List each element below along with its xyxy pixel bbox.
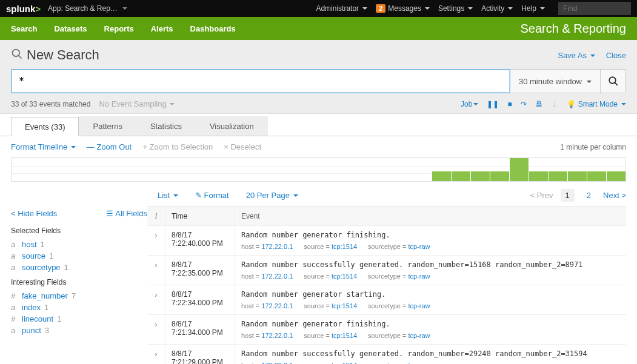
next-page[interactable]: Next >	[603, 191, 626, 200]
expand-row-icon[interactable]: ›	[155, 290, 157, 299]
timeline-bar[interactable]	[567, 171, 587, 181]
meta-sourcetype[interactable]: sourcetype = tcp-raw	[368, 302, 430, 309]
share-icon[interactable]: ↷	[521, 100, 527, 108]
pause-icon[interactable]: ❚❚	[487, 100, 499, 108]
event-time: 8/8/177:21:29.000 PM	[165, 345, 235, 364]
find-input[interactable]	[558, 2, 631, 15]
close-button[interactable]: Close	[606, 51, 626, 60]
table-row: ›8/8/177:22:34.000 PMRandom number gener…	[147, 285, 626, 315]
stop-icon[interactable]: ■	[507, 100, 512, 108]
meta-sourcetype[interactable]: sourcetype = tcp-raw	[368, 243, 430, 250]
search-icon	[11, 48, 23, 63]
field-name: fake_number	[22, 291, 68, 300]
meta-source[interactable]: source = tcp:1514	[304, 302, 357, 309]
meta-host[interactable]: host = 172.22.0.1	[241, 302, 293, 309]
hide-fields[interactable]: < Hide Fields	[11, 209, 57, 218]
nav-alerts[interactable]: Alerts	[151, 24, 173, 33]
app-picker[interactable]: App: Search & Rep…	[48, 4, 127, 13]
interesting-fields-title: Interesting Fields	[11, 278, 147, 286]
field-item[interactable]: apunct 3	[11, 325, 147, 336]
meta-sourcetype[interactable]: sourcetype = tcp-raw	[368, 362, 430, 364]
tab-events[interactable]: Events (33)	[11, 117, 79, 136]
timeline-bar[interactable]	[432, 171, 451, 181]
prev-page: < Prev	[530, 191, 553, 200]
zoom-out[interactable]: — Zoom Out	[87, 142, 132, 151]
timeline-bar[interactable]	[548, 171, 567, 181]
page-2[interactable]: 2	[582, 189, 596, 202]
timeline-bar[interactable]	[451, 171, 470, 181]
expand-row-icon[interactable]: ›	[155, 320, 157, 329]
tab-patterns[interactable]: Patterns	[79, 116, 136, 136]
tab-visualization[interactable]: Visualization	[196, 116, 268, 136]
meta-source[interactable]: source = tcp:1514	[304, 332, 357, 339]
timeline-bar[interactable]	[509, 158, 529, 181]
field-type-icon: a	[11, 240, 18, 249]
search-input[interactable]	[11, 69, 510, 93]
field-count: 7	[72, 291, 76, 300]
field-count: 1	[44, 303, 48, 312]
bulb-icon: 💡	[567, 100, 576, 108]
search-mode[interactable]: 💡Smart Mode	[567, 100, 626, 108]
menu-administrator[interactable]: Administrator	[316, 4, 367, 13]
all-fields[interactable]: ☰ All Fields	[106, 209, 147, 218]
meta-source[interactable]: source = tcp:1514	[304, 362, 357, 364]
list-view-picker[interactable]: List	[158, 191, 178, 200]
meta-sourcetype[interactable]: sourcetype = tcp-raw	[368, 332, 430, 339]
time-range-picker[interactable]: 30 minute window	[510, 69, 601, 93]
nav-dashboards[interactable]: Dashboards	[190, 24, 236, 33]
timeline-bar[interactable]	[606, 171, 625, 181]
event-sampling[interactable]: No Event Sampling	[99, 99, 175, 108]
field-item[interactable]: ahost 1	[11, 239, 147, 250]
timeline-bar[interactable]	[490, 171, 509, 181]
per-page-menu[interactable]: 20 Per Page	[246, 191, 298, 200]
meta-host[interactable]: host = 172.22.0.1	[241, 243, 293, 250]
meta-source[interactable]: source = tcp:1514	[304, 243, 357, 250]
nav-datasets[interactable]: Datasets	[54, 24, 87, 33]
col-time: Time	[165, 207, 235, 225]
tab-statistics[interactable]: Statistics	[136, 116, 196, 136]
meta-host[interactable]: host = 172.22.0.1	[241, 273, 293, 280]
nav-search[interactable]: Search	[11, 24, 37, 33]
field-name: index	[22, 303, 41, 312]
nav-reports[interactable]: Reports	[104, 24, 134, 33]
field-name: host	[22, 240, 37, 249]
result-tabs: Events (33) Patterns Statistics Visualiz…	[0, 116, 637, 136]
field-item[interactable]: #fake_number 7	[11, 290, 147, 302]
field-name: linecount	[22, 314, 53, 323]
field-item[interactable]: asourcetype 1	[11, 262, 147, 273]
expand-row-icon[interactable]: ›	[155, 231, 157, 240]
meta-source[interactable]: source = tcp:1514	[304, 273, 357, 280]
timeline-bar[interactable]	[529, 171, 548, 181]
col-info: i	[147, 207, 165, 225]
meta-host[interactable]: host = 172.22.0.1	[241, 332, 293, 339]
menu-activity[interactable]: Activity	[481, 4, 513, 13]
timeline-bar[interactable]	[470, 171, 490, 181]
job-menu[interactable]: Job	[461, 100, 478, 108]
expand-row-icon[interactable]: ›	[155, 349, 157, 359]
svg-line-1	[19, 55, 22, 58]
meta-host[interactable]: host = 172.22.0.1	[241, 362, 293, 364]
menu-settings[interactable]: Settings	[438, 4, 473, 13]
print-icon[interactable]: 🖶	[535, 100, 542, 108]
search-button[interactable]	[601, 69, 626, 93]
field-type-icon: a	[11, 263, 18, 272]
timeline-controls: Format Timeline — Zoom Out + Zoom to Sel…	[0, 136, 637, 157]
field-type-icon: a	[11, 303, 18, 312]
field-item[interactable]: asource 1	[11, 250, 147, 262]
menu-help[interactable]: Help	[521, 4, 545, 13]
format-menu[interactable]: ✎ Format	[195, 191, 229, 200]
meta-sourcetype[interactable]: sourcetype = tcp-raw	[368, 273, 430, 280]
export-icon[interactable]: ⭳	[551, 100, 558, 108]
field-item[interactable]: #linecount 1	[11, 313, 147, 325]
expand-row-icon[interactable]: ›	[155, 260, 157, 270]
format-timeline[interactable]: Format Timeline	[11, 142, 76, 151]
timeline-bar[interactable]	[587, 171, 606, 181]
table-row: ›8/8/177:21:29.000 PMRandom number succe…	[147, 345, 626, 364]
field-item[interactable]: aindex 1	[11, 302, 147, 313]
timeline-chart[interactable]	[11, 157, 626, 182]
save-as-button[interactable]: Save As	[558, 51, 595, 60]
page-1[interactable]: 1	[561, 189, 575, 202]
app-title: Search & Reporting	[520, 22, 626, 36]
field-type-icon: #	[11, 291, 18, 300]
menu-messages[interactable]: 2Messages	[376, 4, 430, 13]
